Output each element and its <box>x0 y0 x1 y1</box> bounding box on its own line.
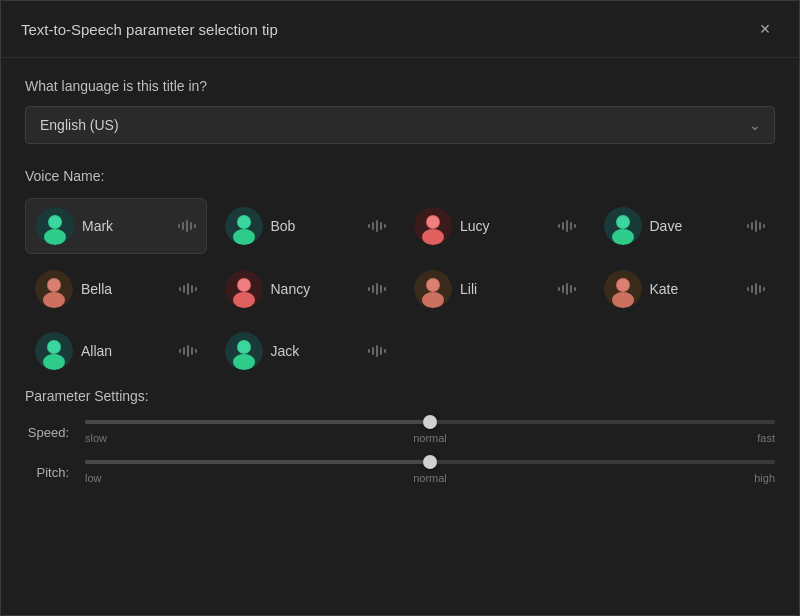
voice-item-allan[interactable]: Allan <box>25 324 207 378</box>
svg-point-27 <box>427 279 439 291</box>
close-button[interactable]: × <box>751 15 779 43</box>
svg-point-23 <box>238 279 250 291</box>
avatar-dave <box>604 207 642 245</box>
avatar-allan <box>35 332 73 370</box>
voice-name-label: Voice Name: <box>25 168 775 184</box>
pitch-label: Pitch: <box>25 465 69 480</box>
wave-icon-allan <box>179 344 197 358</box>
voice-name-bob: Bob <box>271 218 361 234</box>
params-label: Parameter Settings: <box>25 388 775 404</box>
voice-name-nancy: Nancy <box>271 281 361 297</box>
wave-icon-kate <box>747 282 765 296</box>
voice-item-lucy[interactable]: Lucy <box>404 198 586 254</box>
voice-name-mark: Mark <box>82 218 170 234</box>
voice-item-nancy[interactable]: Nancy <box>215 262 397 316</box>
svg-point-19 <box>48 279 60 291</box>
pitch-mid-label: normal <box>413 472 447 484</box>
voice-item-lili[interactable]: Lili <box>404 262 586 316</box>
wave-icon-dave <box>747 219 765 233</box>
avatar-nancy <box>225 270 263 308</box>
voice-name-allan: Allan <box>81 343 171 359</box>
speed-label: Speed: <box>25 425 69 440</box>
avatar-lili <box>414 270 452 308</box>
avatar-jack <box>225 332 263 370</box>
speed-param-row: Speed: slow normal fast <box>25 420 775 444</box>
speed-labels: slow normal fast <box>85 432 775 444</box>
svg-point-35 <box>48 341 60 353</box>
svg-point-3 <box>49 216 61 228</box>
voice-item-jack[interactable]: Jack <box>215 324 397 378</box>
avatar-lucy <box>414 207 452 245</box>
svg-point-30 <box>612 292 634 308</box>
avatar-bella <box>35 270 73 308</box>
svg-point-31 <box>617 279 629 291</box>
voice-name-lucy: Lucy <box>460 218 550 234</box>
title-bar: Text-to-Speech parameter selection tip × <box>1 1 799 58</box>
avatar-mark <box>36 207 74 245</box>
wave-icon-lucy <box>558 219 576 233</box>
wave-icon-bob <box>368 219 386 233</box>
voice-item-bob[interactable]: Bob <box>215 198 397 254</box>
language-question: What language is this title in? <box>25 78 775 94</box>
avatar-bob <box>225 207 263 245</box>
svg-point-34 <box>43 354 65 370</box>
dialog-title: Text-to-Speech parameter selection tip <box>21 21 278 38</box>
voice-item-mark[interactable]: Mark <box>25 198 207 254</box>
svg-point-6 <box>233 229 255 245</box>
svg-point-7 <box>238 216 250 228</box>
svg-point-26 <box>422 292 444 308</box>
svg-point-15 <box>617 216 629 228</box>
voice-name-lili: Lili <box>460 281 550 297</box>
voice-item-dave[interactable]: Dave <box>594 198 776 254</box>
language-select[interactable]: English (US) English (UK) Spanish French… <box>25 106 775 144</box>
svg-point-14 <box>612 229 634 245</box>
speed-slider[interactable] <box>85 420 775 424</box>
wave-icon-mark <box>178 219 196 233</box>
pitch-param-row: Pitch: low normal high <box>25 460 775 484</box>
wave-icon-nancy <box>368 282 386 296</box>
dialog-content: What language is this title in? English … <box>1 58 799 615</box>
speed-max-label: fast <box>757 432 775 444</box>
svg-point-10 <box>422 229 444 245</box>
voice-name-kate: Kate <box>650 281 740 297</box>
voice-name-dave: Dave <box>650 218 740 234</box>
voice-name-jack: Jack <box>271 343 361 359</box>
svg-point-11 <box>427 216 439 228</box>
svg-point-22 <box>233 292 255 308</box>
voice-name-bella: Bella <box>81 281 171 297</box>
voice-item-kate[interactable]: Kate <box>594 262 776 316</box>
voice-item-bella[interactable]: Bella <box>25 262 207 316</box>
svg-point-39 <box>238 341 250 353</box>
voice-grid: Mark Bob <box>25 198 775 378</box>
wave-icon-lili <box>558 282 576 296</box>
wave-icon-bella <box>179 282 197 296</box>
pitch-max-label: high <box>754 472 775 484</box>
speed-slider-container: slow normal fast <box>85 420 775 444</box>
language-select-wrapper: English (US) English (UK) Spanish French… <box>25 106 775 144</box>
pitch-min-label: low <box>85 472 102 484</box>
pitch-slider-container: low normal high <box>85 460 775 484</box>
svg-point-38 <box>233 354 255 370</box>
wave-icon-jack <box>368 344 386 358</box>
avatar-kate <box>604 270 642 308</box>
speed-mid-label: normal <box>413 432 447 444</box>
svg-point-2 <box>44 229 66 245</box>
speed-min-label: slow <box>85 432 107 444</box>
tts-dialog: Text-to-Speech parameter selection tip ×… <box>0 0 800 616</box>
pitch-labels: low normal high <box>85 472 775 484</box>
pitch-slider[interactable] <box>85 460 775 464</box>
svg-point-18 <box>43 292 65 308</box>
